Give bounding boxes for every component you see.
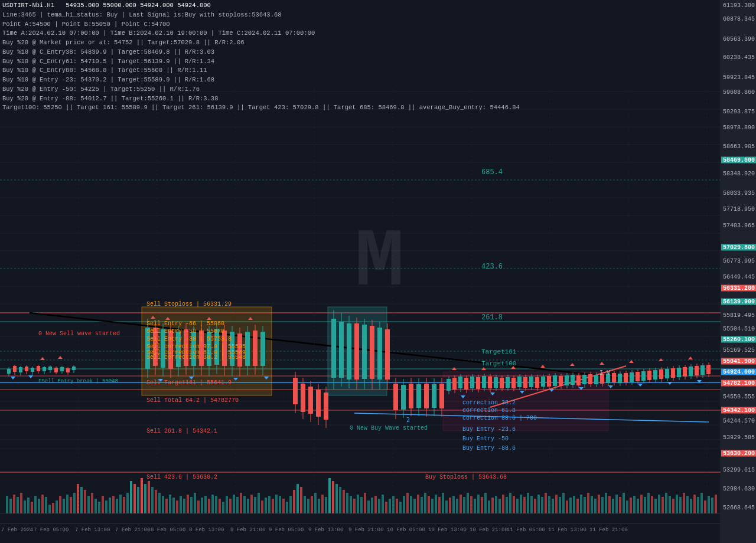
price-label: 55819.495 [721, 312, 756, 318]
svg-rect-238 [13, 366, 17, 372]
svg-marker-447 [608, 385, 613, 388]
svg-rect-38 [20, 493, 22, 513]
svg-rect-124 [325, 497, 327, 513]
svg-rect-185 [541, 497, 543, 513]
svg-rect-89 [201, 498, 203, 513]
svg-rect-133 [357, 495, 359, 513]
price-label: 57718.950 [721, 206, 756, 212]
info-line-symbol: USDTIRT-Nbi.H1 54935.000 55000.000 54924… [2, 1, 520, 11]
svg-rect-187 [548, 496, 550, 513]
svg-rect-161 [456, 499, 458, 513]
time-label-10: 10 Feb 05:00 [387, 527, 425, 533]
svg-rect-117 [300, 487, 302, 513]
svg-rect-172 [495, 496, 497, 513]
svg-rect-374 [535, 377, 539, 388]
svg-rect-144 [396, 499, 398, 513]
sell-wave-label: 0 New Sell wave started [38, 331, 120, 337]
price-label: 52984.630 [721, 486, 756, 492]
svg-rect-326 [377, 328, 382, 380]
svg-rect-182 [530, 496, 533, 513]
sell-423-label: Sell 423.6 | 53630.2 [146, 474, 217, 480]
price-label: 56773.995 [721, 257, 756, 264]
svg-rect-149 [413, 499, 416, 513]
svg-rect-121 [314, 493, 317, 513]
sell-entry-66-label: Sell Entry -66 | 55860 [146, 320, 224, 327]
time-label-0: 7 Feb 2024 [1, 527, 33, 533]
svg-rect-88 [197, 501, 200, 513]
svg-rect-162 [460, 495, 462, 513]
svg-rect-52 [70, 497, 72, 513]
svg-rect-226 [686, 496, 689, 513]
svg-rect-352 [470, 377, 474, 388]
svg-rect-204 [608, 496, 611, 513]
svg-rect-99 [236, 497, 239, 513]
time-label-3: 7 Feb 21:00 [115, 527, 150, 533]
svg-rect-95 [222, 502, 224, 513]
svg-rect-414 [653, 370, 657, 380]
svg-rect-81 [172, 498, 175, 513]
info-line-3: Time A:2024.02.10 07:00:00 | Time B:2024… [2, 29, 520, 38]
svg-rect-84 [183, 499, 185, 513]
svg-rect-310 [316, 390, 321, 417]
svg-rect-203 [605, 493, 607, 513]
svg-rect-370 [523, 377, 527, 388]
svg-marker-441 [688, 356, 693, 359]
svg-rect-308 [308, 387, 313, 414]
svg-rect-175 [506, 497, 508, 513]
svg-rect-140 [382, 495, 384, 513]
info-line-7: Buy %10 @ C_Entry88: 54568.8 | Target:55… [2, 66, 520, 76]
svg-rect-136 [367, 501, 370, 513]
svg-rect-74 [148, 481, 150, 513]
svg-rect-410 [641, 371, 646, 381]
svg-rect-196 [580, 495, 582, 513]
svg-rect-178 [516, 499, 519, 513]
svg-rect-318 [347, 323, 351, 380]
svg-rect-56 [84, 490, 86, 513]
svg-rect-138 [374, 496, 377, 513]
svg-rect-220 [665, 493, 667, 513]
svg-rect-55 [80, 487, 83, 513]
svg-rect-227 [690, 499, 692, 513]
svg-rect-382 [559, 376, 563, 386]
price-label: 54342.100 [721, 407, 756, 413]
time-label-14: 11 Feb 13:00 [548, 527, 586, 533]
price-label: 55504.510 [721, 325, 756, 332]
svg-rect-104 [254, 497, 256, 513]
corr-61-label: correction 61.8 [462, 407, 516, 414]
price-label: 58033.935 [721, 189, 756, 196]
svg-rect-153 [428, 496, 430, 513]
svg-rect-71 [137, 487, 139, 513]
svg-rect-132 [353, 499, 356, 513]
svg-marker-440 [659, 358, 663, 361]
svg-rect-346 [452, 378, 457, 390]
svg-rect-173 [498, 499, 501, 513]
svg-rect-372 [529, 377, 533, 387]
svg-rect-68 [126, 493, 129, 513]
price-label: 55041.900 [721, 358, 756, 364]
info-line-5: Buy %10 @ C_Entry38: 54839.9 | Target:58… [2, 48, 520, 57]
svg-rect-166 [474, 499, 476, 513]
svg-line-31 [30, 313, 620, 378]
price-label: 56449.445 [721, 274, 756, 280]
svg-rect-364 [506, 377, 510, 388]
svg-rect-151 [421, 497, 423, 513]
svg-rect-176 [509, 493, 511, 513]
svg-rect-91 [208, 499, 210, 513]
svg-rect-143 [392, 496, 395, 513]
svg-rect-202 [601, 497, 604, 513]
svg-rect-215 [647, 493, 650, 513]
svg-rect-36 [13, 495, 15, 513]
price-label: 59923.845 [721, 74, 756, 80]
svg-rect-168 [481, 497, 483, 513]
svg-rect-79 [165, 499, 168, 513]
buy-entry-23-label: Buy Entry -23.6 [462, 426, 516, 433]
svg-rect-39 [24, 501, 26, 513]
svg-rect-234 [715, 495, 717, 513]
info-line-4: Buy %20 @ Market price or at: 54752 || T… [2, 38, 520, 48]
svg-rect-62 [105, 501, 107, 513]
svg-rect-157 [442, 493, 444, 513]
svg-rect-213 [640, 495, 643, 513]
svg-rect-376 [541, 377, 545, 387]
svg-rect-184 [537, 495, 540, 513]
svg-rect-304 [293, 378, 298, 404]
